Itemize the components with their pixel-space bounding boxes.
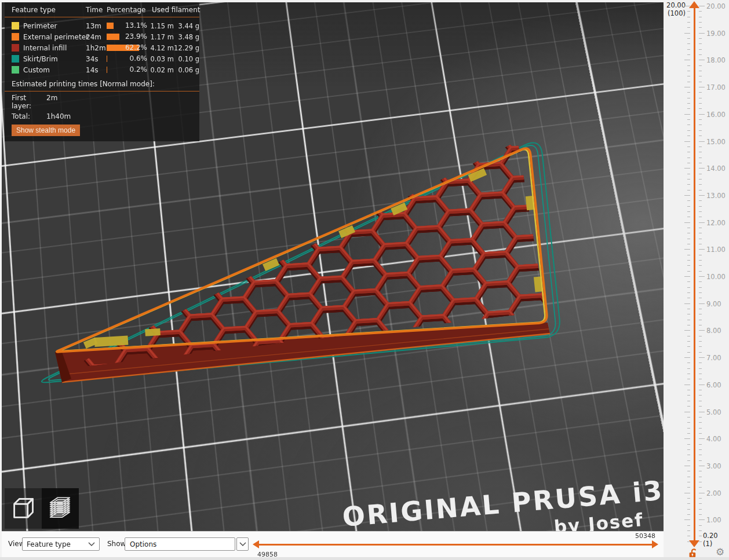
layer-tick [687,65,690,66]
layer-tick [684,330,690,331]
layer-tick [699,368,702,369]
3d-viewport[interactable]: ORIGINAL PRUSA i3 MK by Josef Feature ty… [2,2,664,531]
layer-tick [687,325,690,325]
layer-tick [687,292,690,293]
layer-tick-label: 12.00 [706,219,726,227]
feature-label: Skirt/Brim [23,55,58,63]
view-dropdown[interactable]: Feature type [22,537,100,551]
layer-tick [687,336,690,336]
layer-tick-label: 19.00 [706,30,726,38]
layer-tick [699,11,702,12]
layer-tick [687,503,690,504]
layer-tick [699,174,702,174]
layer-tick [699,320,702,320]
layer-tick [699,325,702,325]
layer-tick [687,346,690,347]
layer-tick [687,38,690,39]
layer-tick [684,60,690,60]
show-label: Show [107,540,126,548]
move-slider-right-handle[interactable] [652,540,658,548]
layer-tick [699,265,702,266]
layer-tick [699,260,702,261]
3d-view-button[interactable] [5,488,42,529]
move-slider-track[interactable] [259,544,652,546]
feature-color-swatch [12,44,19,52]
layer-tick [687,514,690,515]
layer-tick [699,22,702,23]
layer-tick [699,406,702,407]
layer-tick [687,379,690,379]
show-stealth-mode-button[interactable]: Show stealth mode [12,125,80,136]
layer-tick [699,422,702,423]
layer-tick-label: 8.00 [706,327,721,335]
layer-tick [699,228,702,228]
layer-tick [699,184,702,185]
layer-slider-lower-handle[interactable] [689,540,699,547]
layer-tick [687,530,690,531]
layer-tick-label: 3.00 [706,462,721,470]
layer-tick [687,103,690,104]
layer-tick [699,519,705,520]
filament-length: 1.15 m [147,22,174,30]
layer-tick [699,60,705,60]
layers-preview-button[interactable] [42,488,79,529]
layer-tick [699,509,702,510]
layer-tick [699,438,705,439]
chevron-down-icon [88,542,95,546]
layer-tick [687,309,690,309]
layer-tick [687,119,690,120]
layer-tick [699,108,702,109]
times-title: Estimated printing times [Normal mode]: [5,77,199,91]
layer-tick-label: 14.00 [706,164,726,173]
layer-tick [687,130,690,131]
layer-tick [699,141,705,142]
layer-tick [687,147,690,147]
layer-tick [687,190,690,191]
layer-tick [687,298,690,298]
layer-tick [699,158,702,158]
show-combobox-input[interactable]: Options [125,537,235,551]
layer-tick [699,179,702,180]
layer-tick [687,433,690,434]
layer-tick [699,249,705,250]
layer-tick [684,222,690,223]
feature-time: 14s [86,66,107,74]
layer-slider-upper-handle[interactable] [689,1,699,8]
layer-tick [699,503,702,504]
layer-tick [699,346,702,347]
legend-row: Skirt/Brim 34s 0.6% 0.03 m 0.10 g [12,53,199,64]
move-slider-left-handle[interactable] [253,540,259,548]
layer-tick [684,276,690,277]
layer-tick [687,54,690,55]
layer-tick [699,330,705,331]
layer-tick [699,525,702,526]
layer-tick [699,92,702,93]
layer-tick [699,98,702,98]
show-combobox-dropdown-button[interactable] [236,537,249,551]
col-percentage: Percentage [107,6,147,14]
feature-color-swatch [12,66,19,74]
layer-tick [687,158,690,158]
gear-icon[interactable]: ⚙ [716,546,724,558]
filament-weight: 3.48 g [174,33,199,41]
layer-tick-label: 4.00 [706,435,721,443]
layer-tick [699,33,705,34]
layer-tick [687,498,690,499]
percentage-value: 23.9% [125,32,147,41]
layer-tick [699,401,702,401]
layer-tick [699,541,702,542]
layer-tick [699,54,702,55]
layer-tick [687,228,690,228]
layer-tick-label: 9.00 [706,300,721,308]
layer-tick [699,374,702,374]
feature-label: External perimeter [23,33,89,41]
total-row: Total: 1h40m [5,110,199,120]
layer-tick [699,152,702,152]
layer-tick [684,493,690,493]
layer-tick [699,390,702,390]
filament-weight: 12.29 g [174,44,199,52]
layer-tick [699,27,702,28]
layer-tick [687,541,690,542]
layer-tick [699,477,702,477]
layer-slider-track[interactable] [694,6,695,543]
